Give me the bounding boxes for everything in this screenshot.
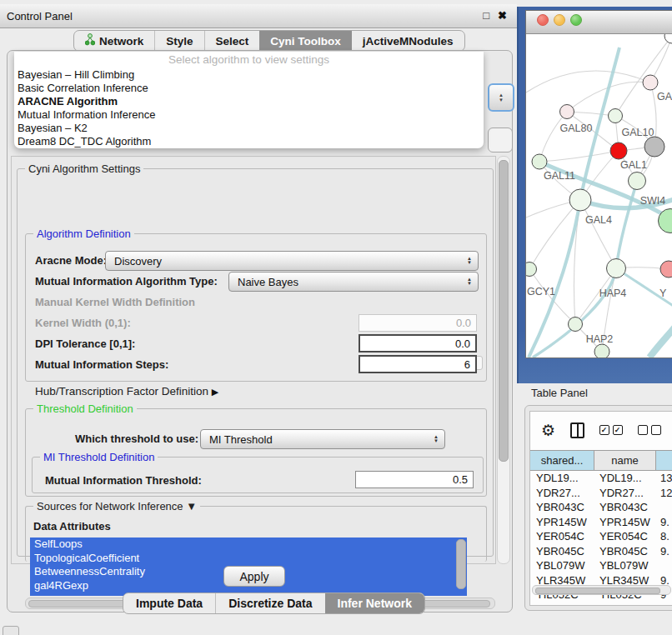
tab-network[interactable]: Network <box>74 31 154 51</box>
node-gal7[interactable] <box>643 75 658 90</box>
network-canvas[interactable]: GALGAL80GAL10GAL1GAL11SWI4GAL4GCY1HAP4YH… <box>526 34 672 358</box>
network-window-titlebar[interactable] <box>526 11 672 34</box>
bottom-tab-infer-network[interactable]: Infer Network <box>325 593 424 613</box>
node-label-gal11: GAL11 <box>544 170 575 182</box>
node-label-gal80: GAL80 <box>560 122 593 134</box>
node-top-white[interactable] <box>664 34 672 43</box>
network-edge[interactable] <box>526 71 650 92</box>
column-header-shared-name[interactable]: shared... <box>530 451 594 470</box>
algorithm-item-dream8-dc-tdc-algorithm[interactable]: Dream8 DC_TDC Algorithm <box>14 135 484 148</box>
aracne-mode-combobox[interactable]: Discovery ▲▼ <box>105 251 479 271</box>
node-red[interactable] <box>610 142 627 159</box>
mac-close-icon[interactable] <box>537 14 549 26</box>
table-row[interactable]: YBR043CYBR043C <box>530 500 672 515</box>
node-gal10-gray[interactable] <box>644 137 664 157</box>
data-attributes-label: Data Attributes <box>33 520 111 532</box>
unchecked-pair-icon[interactable] <box>638 425 661 435</box>
control-panel-tabbar: NetworkStyleSelectCyni ToolboxjActiveMNo… <box>73 30 465 52</box>
algorithm-item-basic-correlation-inference[interactable]: Basic Correlation Inference <box>14 82 484 95</box>
split-columns-icon[interactable] <box>570 422 584 438</box>
node-small-green[interactable] <box>609 109 623 123</box>
inference-algorithm-spinner-fragment[interactable]: ▲▼ <box>488 83 514 112</box>
gear-icon[interactable]: ⚙ <box>541 421 555 440</box>
dpi-tolerance-label: DPI Tolerance [0,1]: <box>35 338 135 350</box>
node-label-gal: GAL <box>657 91 672 102</box>
mi-algorithm-type-combobox[interactable]: Naive Bayes ▲▼ <box>228 272 479 292</box>
hub-definition-toggle[interactable]: Hub/Transcription Factor Definition ▶ <box>35 385 218 398</box>
table-header-row: shared... name <box>530 450 672 471</box>
table-row[interactable]: YBL079WYBL079W <box>530 558 672 573</box>
node-table: shared... name YDL19...YDL19...13YDR27..… <box>530 450 672 602</box>
network-edge[interactable] <box>615 36 672 116</box>
network-edge[interactable] <box>649 328 672 358</box>
node-bottom-green[interactable] <box>594 344 609 358</box>
bottom-tab-discretize-data[interactable]: Discretize Data <box>215 593 324 613</box>
kernel-width-field[interactable]: 0.0 <box>359 314 477 332</box>
table-row[interactable]: YER054CYER054C8. <box>530 529 672 544</box>
checked-pair-icon[interactable]: ✓✓ <box>599 425 623 435</box>
node-gal4[interactable] <box>569 189 591 211</box>
node-gal80[interactable] <box>560 105 574 119</box>
which-threshold-value: MI Threshold <box>209 433 434 446</box>
mac-zoom-icon[interactable] <box>570 14 582 26</box>
table-body: YDL19...YDL19...13YDR27...YDR27...12YBR0… <box>530 471 672 602</box>
tab-cyni-toolbox[interactable]: Cyni Toolbox <box>259 31 352 51</box>
tab-style[interactable]: Style <box>154 31 203 51</box>
tab-select[interactable]: Select <box>204 31 260 51</box>
table-horizontal-scrollbar[interactable] <box>532 585 671 595</box>
control-panel-window: Control Panel □ ✖ NetworkStyleSelectCyni… <box>0 4 517 611</box>
node-label-hap2: HAP2 <box>586 333 614 345</box>
close-icon[interactable]: ✖ <box>498 9 507 22</box>
algorithm-definition-title: Algorithm Definition <box>33 228 134 240</box>
node-hap2[interactable] <box>569 318 583 332</box>
mi-steps-field[interactable]: 6 <box>359 355 477 373</box>
node-hap4[interactable] <box>607 259 626 278</box>
column-header-name[interactable]: name <box>594 451 656 470</box>
table-row[interactable]: YDL19...YDL19...13 <box>530 471 672 486</box>
column-header-partial[interactable] <box>656 451 672 470</box>
network-edge[interactable] <box>539 112 567 162</box>
apply-button[interactable]: Apply <box>223 566 285 587</box>
node-gal11[interactable] <box>532 154 547 169</box>
cyni-algorithm-settings-title: Cyni Algorithm Settings <box>25 162 143 175</box>
float-icon[interactable]: □ <box>483 9 489 22</box>
aracne-mode-label: Aracne Mode: <box>35 254 107 267</box>
node-salmon[interactable] <box>660 261 672 278</box>
node-label-gal10: GAL10 <box>622 127 654 138</box>
mi-threshold-label: Mutual Information Threshold: <box>45 474 202 487</box>
expand-right-icon: ▶ <box>212 387 218 397</box>
spinner-arrows-icon: ▲▼ <box>434 435 439 444</box>
node-label-gcy1: GCY1 <box>527 286 555 298</box>
kernel-width-label: Kernel Width (0,1): <box>35 317 131 329</box>
algorithm-item-aracne-algorithm[interactable]: ARACNE Algorithm <box>14 95 484 108</box>
node-label-gal1: GAL1 <box>620 159 647 171</box>
list-vertical-scrollbar[interactable] <box>456 539 466 589</box>
settings-vertical-scrollbar[interactable] <box>497 156 510 564</box>
algorithm-item-bayesian-k2[interactable]: Bayesian – K2 <box>14 122 484 135</box>
bottom-tabbar: Impute DataDiscretize DataInfer Network <box>123 592 425 614</box>
table-row[interactable]: YDR27...YDR27...12 <box>530 486 672 501</box>
algorithm-popup-items: Bayesian – Hill ClimbingBasic Correlatio… <box>14 68 484 148</box>
table-row[interactable]: YBR045CYBR045C9. <box>530 544 672 559</box>
control-panel-titlebar: Control Panel □ ✖ <box>0 4 517 28</box>
network-edge[interactable] <box>539 151 619 162</box>
bottom-tab-impute-data[interactable]: Impute Data <box>123 593 215 613</box>
tab-jactivemnodules[interactable]: jActiveMNodules <box>352 31 464 51</box>
dpi-tolerance-field[interactable]: 0.0 <box>359 334 477 352</box>
which-threshold-combobox[interactable]: MI Threshold ▲▼ <box>200 429 445 449</box>
algorithm-item-bayesian-hill-climbing[interactable]: Bayesian – Hill Climbing <box>14 68 484 82</box>
algorithm-item-mutual-information-inference[interactable]: Mutual Information Inference <box>14 108 484 122</box>
mi-threshold-field[interactable]: 0.5 <box>355 471 474 488</box>
attribute-item-selfloops[interactable]: SelfLoops <box>30 538 467 552</box>
mac-minimize-icon[interactable] <box>554 14 565 26</box>
attribute-item-topologicalcoefficient[interactable]: TopologicalCoefficient <box>30 552 467 566</box>
node-gcy1[interactable] <box>526 262 537 277</box>
table-row[interactable]: YPR145WYPR145W9. <box>530 515 672 530</box>
expand-down-icon: ▼ <box>186 500 197 512</box>
mi-threshold-definition-title: MI Threshold Definition <box>40 451 158 463</box>
network-edge[interactable] <box>580 200 616 268</box>
table-panel: ⚙ ✓✓ shared... name YDL19...YDL19...13YD… <box>524 405 672 611</box>
node-gal1[interactable] <box>629 172 646 190</box>
manual-kernel-width-label: Manual Kernel Width Definition <box>35 296 195 308</box>
sources-title[interactable]: Sources for Network Inference ▼ <box>33 500 200 512</box>
